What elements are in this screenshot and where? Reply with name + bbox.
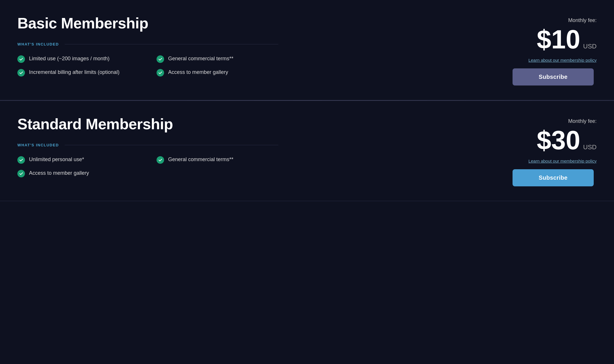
basic-feature-1: Limited use (~200 images / month) — [17, 55, 139, 63]
check-icon-4 — [157, 69, 164, 77]
basic-whats-included-line — [65, 44, 278, 44]
basic-feature-3: General commercial terms** — [157, 55, 278, 63]
basic-whats-included-header: WHAT'S INCLUDED — [17, 42, 278, 46]
standard-price-amount: $30 — [537, 127, 580, 153]
standard-check-icon-2 — [157, 156, 164, 164]
basic-left-content: Basic Membership WHAT'S INCLUDED Limited… — [17, 14, 278, 77]
basic-monthly-fee-label: Monthly fee: — [510, 17, 597, 23]
standard-price-display: $30 USD — [510, 127, 597, 153]
check-icon-3 — [157, 55, 164, 63]
standard-left-content: Standard Membership WHAT'S INCLUDED Unli… — [17, 115, 278, 177]
standard-membership-section: Standard Membership WHAT'S INCLUDED Unli… — [0, 101, 614, 201]
basic-features-grid: Limited use (~200 images / month) Genera… — [17, 55, 278, 77]
basic-right-content: Monthly fee: $10 USD Learn about our mem… — [510, 14, 597, 85]
standard-feature-3: Access to member gallery — [17, 170, 139, 177]
check-icon-1 — [17, 55, 25, 63]
basic-feature-4: Access to member gallery — [157, 69, 278, 77]
basic-feature-2: Incremental billing after limits (option… — [17, 69, 139, 77]
basic-price-currency: USD — [583, 43, 597, 50]
basic-subscribe-button[interactable]: Subscribe — [513, 68, 594, 85]
standard-price-currency: USD — [583, 143, 597, 151]
standard-feature-1: Unlimited personal use* — [17, 156, 139, 164]
basic-policy-link[interactable]: Learn about our membership policy — [510, 58, 597, 63]
standard-feature-2-text: General commercial terms** — [168, 156, 233, 163]
standard-membership-title: Standard Membership — [17, 115, 278, 133]
standard-feature-1-text: Unlimited personal use* — [29, 156, 84, 163]
standard-check-icon-1 — [17, 156, 25, 164]
standard-right-content: Monthly fee: $30 USD Learn about our mem… — [510, 115, 597, 186]
standard-features-grid: Unlimited personal use* General commerci… — [17, 156, 278, 177]
standard-whats-included-label: WHAT'S INCLUDED — [17, 143, 59, 147]
standard-whats-included-header: WHAT'S INCLUDED — [17, 143, 278, 147]
standard-whats-included-line — [65, 145, 278, 145]
basic-feature-4-text: Access to member gallery — [168, 69, 228, 76]
basic-price-amount: $10 — [537, 26, 580, 52]
basic-feature-3-text: General commercial terms** — [168, 55, 233, 62]
standard-subscribe-button[interactable]: Subscribe — [513, 169, 594, 186]
standard-policy-link[interactable]: Learn about our membership policy — [510, 159, 597, 163]
basic-price-display: $10 USD — [510, 26, 597, 52]
basic-membership-section: Basic Membership WHAT'S INCLUDED Limited… — [0, 0, 614, 100]
standard-feature-3-text: Access to member gallery — [29, 170, 89, 177]
standard-check-icon-3 — [17, 170, 25, 177]
basic-whats-included-label: WHAT'S INCLUDED — [17, 42, 59, 46]
standard-monthly-fee-label: Monthly fee: — [510, 118, 597, 124]
check-icon-2 — [17, 69, 25, 77]
standard-feature-2: General commercial terms** — [157, 156, 278, 164]
basic-feature-1-text: Limited use (~200 images / month) — [29, 55, 110, 62]
basic-membership-title: Basic Membership — [17, 14, 278, 32]
basic-feature-2-text: Incremental billing after limits (option… — [29, 69, 119, 76]
